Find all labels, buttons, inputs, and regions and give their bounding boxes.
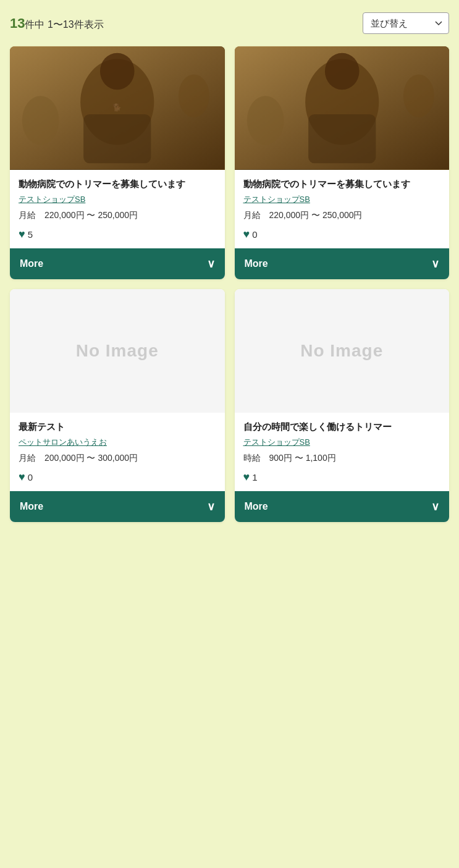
sort-select[interactable]: 並び替え 新着順 給与順 人気順 — [363, 12, 449, 34]
card-likes-2: ♥ 0 — [243, 228, 441, 241]
card-salary-4: 時給 900円 〜 1,100円 — [243, 452, 441, 465]
card-grid: 🐕 動物病院でのトリマーを募集しています テストショップSB 月給 220,00… — [10, 46, 449, 522]
job-card-3: No Image 最新テスト ペットサロンあいうえお 月給 200,000円 〜… — [10, 289, 225, 522]
svg-point-14 — [403, 74, 434, 117]
job-card-1: 🐕 動物病院でのトリマーを募集しています テストショップSB 月給 220,00… — [10, 46, 225, 279]
card-salary-3: 月給 200,000円 〜 300,000円 — [19, 452, 216, 465]
chevron-down-icon-4: ∨ — [431, 500, 439, 513]
more-button-1[interactable]: More ∨ — [10, 248, 225, 279]
job-card-4: No Image 自分の時間で楽しく働けるトリマー テストショップSB 時給 9… — [235, 289, 450, 522]
chevron-down-icon-3: ∨ — [207, 500, 215, 513]
svg-point-6 — [179, 74, 209, 117]
no-image-text-4: No Image — [300, 341, 383, 361]
card-title-1: 動物病院でのトリマーを募集しています — [19, 177, 216, 190]
result-count: 13件中 1〜13件表示 — [10, 15, 104, 32]
no-image-3: No Image — [10, 289, 225, 413]
card-body-3: 最新テスト ペットサロンあいうえお 月給 200,000円 〜 300,000円… — [10, 413, 225, 491]
card-body-2: 動物病院でのトリマーを募集しています テストショップSB 月給 220,000円… — [235, 170, 450, 248]
card-shop-2[interactable]: テストショップSB — [243, 194, 441, 205]
more-label-3: More — [20, 501, 43, 512]
svg-rect-12 — [308, 114, 376, 163]
card-body-4: 自分の時間で楽しく働けるトリマー テストショップSB 時給 900円 〜 1,1… — [235, 413, 450, 491]
more-label-2: More — [245, 258, 268, 269]
more-button-4[interactable]: More ∨ — [235, 491, 450, 522]
card-shop-3[interactable]: ペットサロンあいうえお — [19, 437, 216, 448]
svg-point-5 — [22, 96, 59, 145]
card-salary-2: 月給 220,000円 〜 250,000円 — [243, 209, 441, 222]
svg-point-3 — [100, 53, 135, 90]
svg-rect-4 — [83, 114, 151, 163]
likes-count-1: 5 — [28, 229, 33, 240]
card-salary-1: 月給 220,000円 〜 250,000円 — [19, 209, 216, 222]
card-shop-4[interactable]: テストショップSB — [243, 437, 441, 448]
no-image-text-3: No Image — [76, 341, 159, 361]
card-image-1: 🐕 — [10, 46, 225, 170]
result-total: 13 — [10, 15, 25, 31]
result-prefix: 件中 — [25, 19, 47, 30]
card-title-4: 自分の時間で楽しく働けるトリマー — [243, 420, 441, 433]
svg-text:🐕: 🐕 — [112, 103, 122, 112]
no-image-4: No Image — [235, 289, 450, 413]
likes-count-2: 0 — [252, 229, 257, 240]
card-likes-1: ♥ 5 — [19, 228, 216, 241]
card-title-2: 動物病院でのトリマーを募集しています — [243, 177, 441, 190]
more-label-4: More — [245, 501, 268, 512]
job-card-2: 動物病院でのトリマーを募集しています テストショップSB 月給 220,000円… — [235, 46, 450, 279]
more-label-1: More — [20, 258, 43, 269]
heart-icon-1: ♥ — [19, 228, 25, 241]
svg-point-11 — [324, 53, 359, 90]
card-shop-1[interactable]: テストショップSB — [19, 194, 216, 205]
card-title-3: 最新テスト — [19, 420, 216, 433]
heart-icon-4: ♥ — [243, 471, 250, 484]
card-likes-4: ♥ 1 — [243, 471, 441, 484]
result-range: 1〜13件表示 — [48, 19, 104, 30]
likes-count-4: 1 — [252, 472, 257, 482]
header-row: 13件中 1〜13件表示 並び替え 新着順 給与順 人気順 — [10, 12, 449, 34]
card-image-2 — [235, 46, 450, 170]
chevron-down-icon-2: ∨ — [431, 257, 439, 271]
svg-point-13 — [246, 96, 284, 145]
more-button-3[interactable]: More ∨ — [10, 491, 225, 522]
likes-count-3: 0 — [28, 472, 33, 482]
chevron-down-icon-1: ∨ — [207, 257, 215, 271]
heart-icon-2: ♥ — [243, 228, 250, 241]
more-button-2[interactable]: More ∨ — [235, 248, 450, 279]
card-body-1: 動物病院でのトリマーを募集しています テストショップSB 月給 220,000円… — [10, 170, 225, 248]
heart-icon-3: ♥ — [19, 471, 25, 484]
card-likes-3: ♥ 0 — [19, 471, 216, 484]
